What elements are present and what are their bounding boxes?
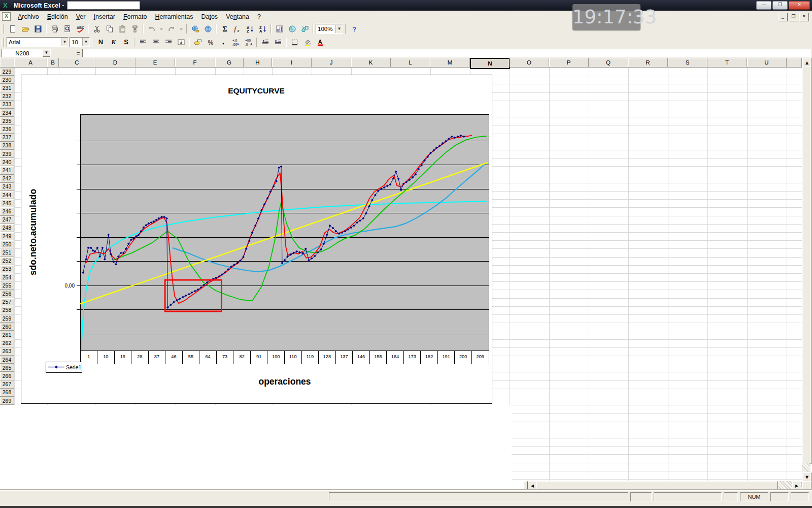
- column-header-U[interactable]: U: [747, 58, 787, 68]
- sort-ascending-button[interactable]: AZ: [244, 23, 256, 35]
- font-name-combo[interactable]: Arial▼: [7, 37, 69, 47]
- restore-button[interactable]: ❐: [772, 1, 788, 10]
- row-header-258[interactable]: 258: [0, 306, 14, 314]
- row-header-254[interactable]: 254: [0, 273, 14, 281]
- menu-item-ver[interactable]: Ver: [72, 12, 90, 22]
- tab-split-handle[interactable]: [524, 481, 528, 491]
- column-header-G[interactable]: G: [215, 58, 244, 68]
- menu-item-formato[interactable]: Formato: [119, 12, 151, 22]
- bold-button[interactable]: N: [94, 36, 107, 48]
- menu-item-edicin[interactable]: Edición: [43, 12, 72, 22]
- minimize-window-button[interactable]: _: [778, 13, 788, 21]
- row-header-250[interactable]: 250: [0, 240, 14, 248]
- sort-descending-button[interactable]: ZA: [256, 23, 269, 35]
- row-header-239[interactable]: 239: [0, 150, 14, 158]
- row-header-243[interactable]: 243: [0, 183, 14, 191]
- workbook-icon[interactable]: X: [2, 12, 11, 21]
- zoom-dropdown-icon[interactable]: ▼: [335, 25, 343, 33]
- save-button[interactable]: [31, 23, 44, 35]
- column-header-J[interactable]: J: [312, 58, 351, 68]
- copy-button[interactable]: [103, 23, 116, 35]
- column-header-P[interactable]: P: [549, 58, 589, 68]
- row-header-264[interactable]: 264: [0, 356, 14, 364]
- menu-item-insertar[interactable]: Insertar: [89, 12, 119, 22]
- column-header-B[interactable]: B: [47, 58, 59, 68]
- row-header-260[interactable]: 260: [0, 323, 14, 331]
- open-button[interactable]: [19, 23, 31, 35]
- column-header-E[interactable]: E: [136, 58, 175, 68]
- vertical-scroll-thumb[interactable]: [802, 67, 811, 464]
- cut-button[interactable]: [90, 23, 103, 35]
- row-header-246[interactable]: 246: [0, 207, 14, 215]
- column-header-S[interactable]: S: [668, 58, 707, 68]
- row-header-259[interactable]: 259: [0, 314, 14, 323]
- column-header-I[interactable]: I: [272, 58, 312, 68]
- size-dropdown-icon[interactable]: ▼: [82, 38, 89, 46]
- currency-style-button[interactable]: [191, 36, 204, 48]
- print-preview-button[interactable]: [61, 23, 74, 35]
- increase-decimal-button[interactable]: +,0,00: [229, 36, 242, 48]
- row-header-256[interactable]: 256: [0, 290, 14, 298]
- row-header-252[interactable]: 252: [0, 257, 14, 265]
- column-header-Q[interactable]: Q: [589, 58, 628, 68]
- row-header-231[interactable]: 231: [0, 84, 14, 92]
- row-header-249[interactable]: 249: [0, 232, 14, 240]
- row-header-235[interactable]: 235: [0, 117, 14, 125]
- drawing-button[interactable]: [298, 23, 311, 35]
- align-left-button[interactable]: [137, 36, 149, 48]
- new-button[interactable]: [6, 23, 19, 35]
- scroll-up-button[interactable]: ▲: [802, 58, 811, 67]
- zoom-combo[interactable]: 100%▼: [316, 24, 343, 34]
- row-header-261[interactable]: 261: [0, 331, 14, 339]
- print-button[interactable]: [48, 23, 61, 35]
- scroll-left-button[interactable]: ◀: [528, 481, 537, 491]
- spelling-button[interactable]: ABC: [74, 23, 86, 35]
- column-header-K[interactable]: K: [351, 58, 391, 68]
- column-header-N[interactable]: N: [470, 58, 510, 69]
- row-header-266[interactable]: 266: [0, 372, 14, 380]
- font-size-combo[interactable]: 10▼: [70, 37, 90, 47]
- percent-style-button[interactable]: %: [204, 36, 217, 48]
- help-button[interactable]: ?: [348, 23, 360, 35]
- format-painter-button[interactable]: [128, 23, 141, 35]
- column-header-T[interactable]: T: [707, 58, 747, 68]
- chart-wizard-button[interactable]: [273, 23, 286, 35]
- column-header-M[interactable]: M: [430, 58, 470, 68]
- close-button[interactable]: ✕: [789, 1, 810, 10]
- align-center-button[interactable]: [149, 36, 162, 48]
- scroll-right-button[interactable]: ▶: [792, 481, 801, 491]
- row-header-268[interactable]: 268: [0, 389, 14, 397]
- column-header-A[interactable]: A: [14, 58, 47, 68]
- insert-hyperlink-button[interactable]: [189, 23, 201, 35]
- fill-color-button[interactable]: [301, 36, 314, 48]
- row-header-240[interactable]: 240: [0, 158, 14, 166]
- decrease-decimal-button[interactable]: +00,0: [242, 36, 255, 48]
- menu-item-?[interactable]: ?: [253, 12, 265, 22]
- menu-item-archivo[interactable]: Archivo: [14, 12, 43, 22]
- toolbar-handle[interactable]: [2, 24, 4, 34]
- row-header-237[interactable]: 237: [0, 134, 14, 142]
- merge-center-button[interactable]: a: [175, 36, 187, 48]
- web-toolbar-button[interactable]: [201, 23, 214, 35]
- align-right-button[interactable]: [162, 36, 175, 48]
- font-color-button[interactable]: A: [314, 36, 326, 48]
- column-header-L[interactable]: L: [391, 58, 430, 68]
- row-header-241[interactable]: 241: [0, 166, 14, 174]
- row-header-234[interactable]: 234: [0, 109, 14, 117]
- undo-dropdown-button[interactable]: [158, 23, 165, 35]
- row-header-229[interactable]: 229: [0, 68, 14, 76]
- toolbar-handle[interactable]: [2, 38, 4, 47]
- undo-button[interactable]: [145, 23, 158, 35]
- column-header-D[interactable]: D: [95, 58, 136, 68]
- column-header-F[interactable]: F: [175, 58, 215, 68]
- borders-button[interactable]: [288, 36, 301, 48]
- row-header-245[interactable]: 245: [0, 199, 14, 207]
- menu-item-ventana[interactable]: Ventana: [222, 12, 253, 22]
- column-header-H[interactable]: H: [244, 58, 272, 68]
- menu-item-herramientas[interactable]: Herramientas: [151, 12, 197, 22]
- minimize-button[interactable]: —: [756, 1, 771, 10]
- column-header-O[interactable]: O: [510, 58, 549, 68]
- autosum-button[interactable]: Σ: [218, 23, 231, 35]
- close-window-button[interactable]: ✕: [799, 13, 809, 21]
- row-header-232[interactable]: 232: [0, 92, 14, 101]
